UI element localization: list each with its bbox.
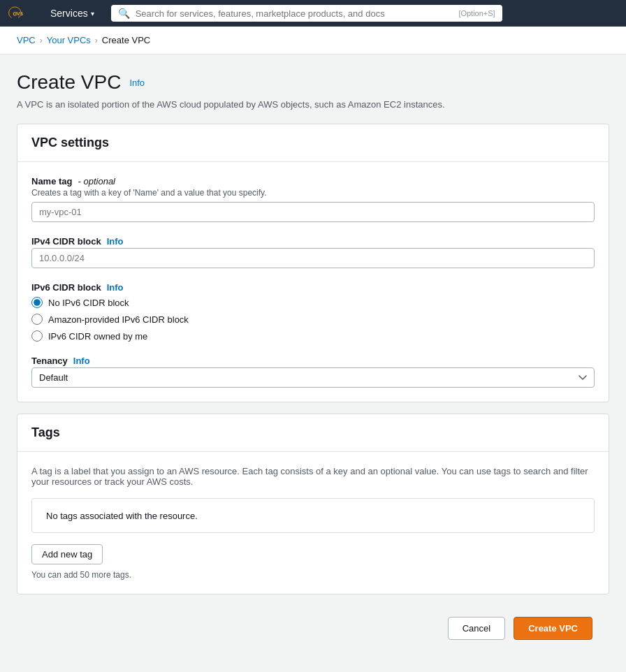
ipv6-radio-amazon-input[interactable]: [31, 314, 43, 325]
tags-empty-text: No tags associated with the resource.: [46, 511, 198, 521]
ipv4-info-link[interactable]: Info: [107, 236, 124, 247]
search-icon: 🔍: [118, 8, 130, 19]
tags-card: Tags A tag is a label that you assign to…: [17, 414, 609, 594]
tags-description: A tag is a label that you assign to an A…: [31, 466, 595, 487]
ipv6-cidr-label: IPv6 CIDR block Info: [31, 282, 595, 293]
ipv6-radio-none-label: No IPv6 CIDR block: [48, 298, 129, 308]
ipv4-cidr-group: IPv4 CIDR block Info: [31, 236, 595, 268]
tags-note: You can add 50 more tags.: [31, 570, 595, 580]
name-tag-input[interactable]: [31, 202, 595, 222]
footer-actions: Cancel Create VPC: [17, 606, 609, 651]
tenancy-label: Tenancy Info: [31, 356, 595, 366]
breadcrumb-current: Create VPC: [102, 35, 150, 45]
page-info-link[interactable]: Info: [129, 78, 145, 88]
page-title-row: Create VPC Info: [17, 71, 609, 94]
page-title: Create VPC: [17, 71, 121, 94]
tags-empty-box: No tags associated with the resource.: [31, 498, 595, 533]
vpc-settings-body: Name tag - optional Creates a tag with a…: [17, 162, 609, 402]
ipv6-radio-amazon-label: Amazon-provided IPv6 CIDR block: [48, 314, 189, 325]
ipv6-radio-none[interactable]: No IPv6 CIDR block: [31, 297, 595, 308]
name-tag-hint: Creates a tag with a key of 'Name' and a…: [31, 188, 595, 198]
ipv4-cidr-label: IPv4 CIDR block Info: [31, 236, 595, 247]
ipv6-radio-amazon[interactable]: Amazon-provided IPv6 CIDR block: [31, 314, 595, 325]
tenancy-select[interactable]: Default Dedicated Host: [31, 367, 595, 388]
ipv4-cidr-input[interactable]: [31, 248, 595, 268]
vpc-settings-header: VPC settings: [17, 124, 609, 162]
name-tag-optional: - optional: [78, 176, 115, 187]
breadcrumb-sep-2: ›: [95, 36, 98, 45]
page-description: A VPC is an isolated portion of the AWS …: [17, 99, 609, 110]
name-tag-group: Name tag - optional Creates a tag with a…: [31, 176, 595, 222]
breadcrumb: VPC › Your VPCs › Create VPC: [0, 27, 626, 54]
tenancy-group: Tenancy Info Default Dedicated Host: [31, 356, 595, 388]
ipv6-info-link[interactable]: Info: [107, 282, 124, 293]
breadcrumb-your-vpcs[interactable]: Your VPCs: [47, 35, 91, 45]
aws-logo[interactable]: [8, 6, 34, 21]
create-vpc-button[interactable]: Create VPC: [514, 617, 592, 640]
name-tag-label: Name tag - optional: [31, 176, 595, 187]
add-tag-button[interactable]: Add new tag: [31, 544, 103, 564]
top-nav: Services ▾ 🔍 [Option+S]: [0, 0, 626, 27]
ipv6-radio-none-input[interactable]: [31, 297, 43, 308]
chevron-down-icon: ▾: [91, 10, 94, 17]
page-content: Create VPC Info A VPC is an isolated por…: [0, 54, 626, 672]
services-label: Services: [50, 8, 88, 19]
ipv6-radio-owned[interactable]: IPv6 CIDR owned by me: [31, 330, 595, 342]
tenancy-info-link[interactable]: Info: [73, 356, 90, 366]
ipv6-radio-owned-label: IPv6 CIDR owned by me: [48, 331, 147, 342]
vpc-settings-card: VPC settings Name tag - optional Creates…: [17, 124, 609, 402]
breadcrumb-vpc[interactable]: VPC: [17, 35, 36, 45]
ipv6-radio-group: No IPv6 CIDR block Amazon-provided IPv6 …: [31, 297, 595, 342]
search-shortcut: [Option+S]: [458, 9, 495, 17]
services-button[interactable]: Services ▾: [45, 5, 100, 22]
ipv6-radio-owned-input[interactable]: [31, 330, 43, 342]
tags-header: Tags: [17, 414, 609, 452]
search-bar[interactable]: 🔍 [Option+S]: [111, 5, 502, 22]
cancel-button[interactable]: Cancel: [448, 617, 505, 640]
ipv6-cidr-group: IPv6 CIDR block Info No IPv6 CIDR block …: [31, 282, 595, 342]
breadcrumb-sep-1: ›: [40, 36, 43, 45]
tags-body: A tag is a label that you assign to an A…: [17, 452, 609, 594]
search-input[interactable]: [136, 8, 453, 19]
